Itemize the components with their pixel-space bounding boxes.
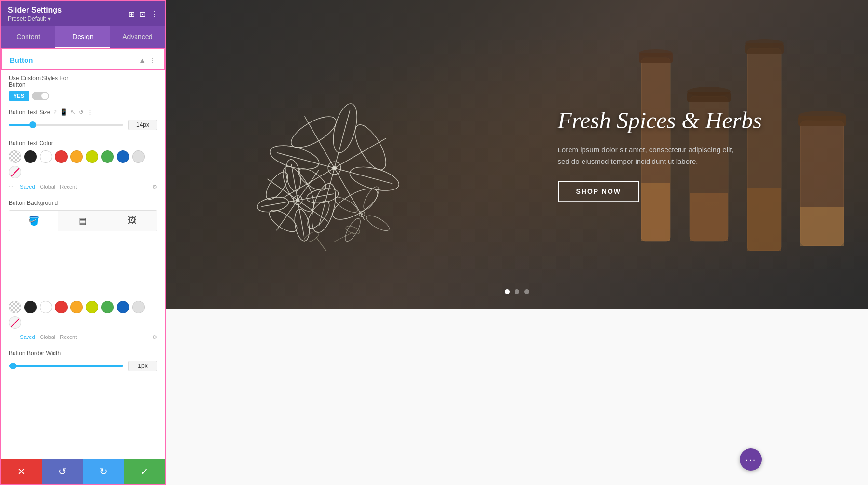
below-slider xyxy=(166,309,868,485)
toggle-thumb xyxy=(41,93,48,99)
slide-dot-3[interactable] xyxy=(524,289,529,294)
border-width-row: Button Border Width 1px xyxy=(1,345,165,376)
none-swatch[interactable] xyxy=(9,166,21,178)
bottom-toolbar: ✕ ↺ ↻ ✓ xyxy=(1,459,165,484)
mobile-icon[interactable]: 📱 xyxy=(60,108,68,116)
black-swatch2[interactable] xyxy=(24,301,37,313)
gray-swatch[interactable] xyxy=(132,150,145,163)
border-value[interactable]: 1px xyxy=(128,361,157,371)
global-label2[interactable]: Global xyxy=(40,334,55,340)
cursor-icon[interactable]: ↖ xyxy=(70,108,76,116)
fab-button[interactable]: ··· xyxy=(740,448,762,471)
bg-label: Button Background xyxy=(9,200,157,206)
section-header-icons: ▲ ⋮ xyxy=(139,56,156,64)
yellow-swatch[interactable] xyxy=(70,150,83,163)
transparent-swatch2[interactable] xyxy=(9,301,21,313)
text-size-value[interactable]: 14px xyxy=(128,120,157,130)
text-size-slider[interactable] xyxy=(9,124,123,126)
color-meta-top: ··· Saved Global Recent ⚙ xyxy=(1,180,165,195)
button-section-header: Button ▲ ⋮ xyxy=(1,48,165,70)
bg-gradient-tab[interactable]: ▤ xyxy=(58,211,108,231)
global-label[interactable]: Global xyxy=(40,184,55,189)
lime-swatch2[interactable] xyxy=(86,301,98,313)
button-section-title: Button xyxy=(10,56,33,64)
recent-label2[interactable]: Recent xyxy=(60,334,77,340)
use-custom-styles-field: Use Custom Styles For Button YES xyxy=(1,70,165,106)
panel-title-area: Slider Settings Preset: Default ▾ xyxy=(8,6,62,22)
red-swatch[interactable] xyxy=(55,150,68,163)
blue-swatch[interactable] xyxy=(117,150,129,163)
svg-point-45 xyxy=(342,216,363,243)
shop-now-button[interactable]: SHOP NOW xyxy=(558,181,640,202)
border-slider[interactable] xyxy=(9,365,123,367)
slide-title: Fresh Spices & Herbs xyxy=(558,107,762,135)
help-icon[interactable]: ? xyxy=(54,108,57,116)
collapse-icon[interactable]: ▲ xyxy=(139,56,146,64)
white-swatch[interactable] xyxy=(40,150,52,163)
svg-point-43 xyxy=(296,198,300,202)
text-size-label: Button Text Size xyxy=(9,109,51,116)
meta-gear-icon2[interactable]: ⚙ xyxy=(152,334,157,340)
tabs: Content Design Advanced xyxy=(1,26,165,48)
spacer xyxy=(1,236,165,294)
slider-thumb[interactable] xyxy=(29,121,36,128)
save-button[interactable]: ✓ xyxy=(124,459,165,484)
panel-header-icons: ⊞ ⊡ ⋮ xyxy=(128,10,158,19)
size-more-icon[interactable]: ⋮ xyxy=(87,108,93,116)
image-icon: 🖼 xyxy=(113,216,152,226)
layout-icon[interactable]: ⊡ xyxy=(139,10,146,19)
bg-type-tabs: 🪣 ▤ 🖼 xyxy=(9,210,157,231)
toggle-yes-button[interactable]: YES xyxy=(9,91,29,101)
slide-dots xyxy=(505,289,529,294)
slide-dot-2[interactable] xyxy=(515,289,519,294)
red-swatch2[interactable] xyxy=(55,301,68,313)
green-swatch2[interactable] xyxy=(101,301,114,313)
green-swatch[interactable] xyxy=(101,150,114,163)
section-more-icon[interactable]: ⋮ xyxy=(149,56,156,64)
text-size-label-row: Button Text Size ? 📱 ↖ ↺ ⋮ xyxy=(9,108,157,116)
transparent-swatch[interactable] xyxy=(9,150,21,163)
text-color-label: Button Text Color xyxy=(9,140,157,147)
toggle-container: YES xyxy=(9,91,157,101)
blue-swatch2[interactable] xyxy=(117,301,129,313)
panel-preset[interactable]: Preset: Default ▾ xyxy=(8,15,62,22)
meta-gear-icon[interactable]: ⚙ xyxy=(152,184,157,190)
none-swatch2[interactable] xyxy=(9,316,21,329)
border-thumb[interactable] xyxy=(10,363,16,369)
undo-button[interactable]: ↺ xyxy=(42,459,83,484)
panel-header: Slider Settings Preset: Default ▾ ⊞ ⊡ ⋮ xyxy=(1,1,165,26)
panel-title: Slider Settings xyxy=(8,6,62,14)
saved-label[interactable]: Saved xyxy=(20,184,35,189)
yellow-swatch2[interactable] xyxy=(70,301,83,313)
svg-point-51 xyxy=(345,225,361,236)
slide-dot-1[interactable] xyxy=(505,289,510,294)
white-swatch2[interactable] xyxy=(40,301,52,313)
slide-background: Fresh Spices & Herbs Lorem ipsum dolor s… xyxy=(166,0,868,309)
redo-button[interactable]: ↻ xyxy=(83,459,124,484)
tab-advanced[interactable]: Advanced xyxy=(110,26,165,48)
paint-icon: 🪣 xyxy=(14,216,53,226)
recent-label[interactable]: Recent xyxy=(60,184,77,189)
text-size-row: Button Text Size ? 📱 ↖ ↺ ⋮ 14px xyxy=(1,106,165,135)
tab-content[interactable]: Content xyxy=(1,26,55,48)
reset-icon[interactable]: ↺ xyxy=(79,108,84,116)
meta-dots-icon[interactable]: ··· xyxy=(9,182,15,191)
saved-label2[interactable]: Saved xyxy=(20,334,35,340)
black-swatch[interactable] xyxy=(24,150,37,163)
more-icon[interactable]: ⋮ xyxy=(150,10,158,19)
bg-solid-tab[interactable]: 🪣 xyxy=(9,211,58,231)
gray-swatch2[interactable] xyxy=(132,301,145,313)
bg-row: Button Background 🪣 ▤ 🖼 xyxy=(1,195,165,236)
bg-image-tab[interactable]: 🖼 xyxy=(108,211,157,231)
flower-svg xyxy=(238,58,421,251)
slide-content: Fresh Spices & Herbs Lorem ipsum dolor s… xyxy=(558,107,762,202)
panel-content: Button ▲ ⋮ Use Custom Styles For Button … xyxy=(1,48,165,459)
left-panel: Slider Settings Preset: Default ▾ ⊞ ⊡ ⋮ … xyxy=(0,0,166,485)
settings-icon[interactable]: ⊞ xyxy=(128,10,135,19)
toggle-track[interactable] xyxy=(32,92,49,100)
svg-point-29 xyxy=(332,165,338,171)
tab-design[interactable]: Design xyxy=(55,26,110,48)
meta-dots-icon2[interactable]: ··· xyxy=(9,333,15,341)
cancel-button[interactable]: ✕ xyxy=(1,459,42,484)
lime-swatch[interactable] xyxy=(86,150,98,163)
